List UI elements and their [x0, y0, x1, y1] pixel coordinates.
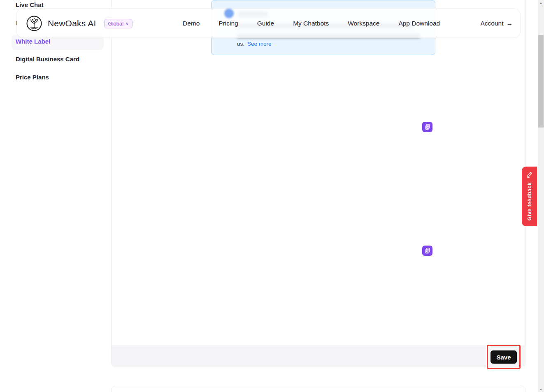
nav-item-pricing[interactable]: Pricing: [219, 20, 238, 27]
page-scrollbar[interactable]: ▲ ▼: [538, 0, 544, 392]
copy-icon: [424, 124, 430, 130]
brand-group: NewOaks AI Global ∨: [26, 15, 133, 32]
copy-parameters-button[interactable]: [422, 122, 432, 132]
next-section-card: [111, 386, 525, 392]
arrow-right-icon: →: [507, 20, 513, 27]
chevron-down-icon: ∨: [126, 21, 128, 26]
card-footer: [112, 346, 525, 367]
copy-icon: [424, 248, 430, 254]
pencil-icon: [526, 171, 533, 178]
save-button[interactable]: Save: [491, 350, 517, 364]
top-navbar: NewOaks AI Global ∨ Demo Pricing Guide M…: [16, 8, 521, 38]
page: Live Chat I White Label Digital Business…: [0, 0, 544, 392]
scroll-down-arrow[interactable]: ▼: [538, 386, 544, 392]
account-label: Account: [480, 20, 503, 27]
sidebar-item-price-plans[interactable]: Price Plans: [16, 74, 49, 81]
nav-item-my-chatbots[interactable]: My Chatbots: [293, 20, 329, 27]
brand-name[interactable]: NewOaks AI: [48, 19, 96, 28]
copy-response-button[interactable]: [422, 246, 432, 256]
reminder-info-icon: [224, 9, 234, 18]
sidebar: Live Chat I White Label Digital Business…: [0, 0, 111, 392]
sidebar-item-live-chat[interactable]: Live Chat: [16, 1, 44, 8]
account-link[interactable]: Account →: [480, 9, 513, 38]
region-selector[interactable]: Global ∨: [104, 19, 133, 28]
see-more-link[interactable]: See more: [247, 41, 272, 47]
sidebar-item-digital-business-card[interactable]: Digital Business Card: [16, 56, 79, 63]
scroll-up-arrow[interactable]: ▲: [538, 0, 544, 6]
region-label: Global: [108, 21, 124, 27]
nav-item-demo[interactable]: Demo: [183, 20, 200, 27]
reminder-text: us.: [237, 41, 244, 47]
nav-item-workspace[interactable]: Workspace: [348, 20, 379, 27]
newoaks-logo-icon: [26, 15, 42, 32]
scrollbar-thumb[interactable]: [538, 35, 544, 128]
feedback-label: Give feedback: [526, 182, 532, 220]
nav-item-app-download[interactable]: App Download: [398, 20, 440, 27]
nav-item-guide[interactable]: Guide: [257, 20, 274, 27]
nav-menu: Demo Pricing Guide My Chatbots Workspace…: [183, 9, 440, 38]
give-feedback-tab[interactable]: Give feedback: [522, 167, 537, 226]
sidebar-item-white-label[interactable]: White Label: [16, 38, 50, 45]
